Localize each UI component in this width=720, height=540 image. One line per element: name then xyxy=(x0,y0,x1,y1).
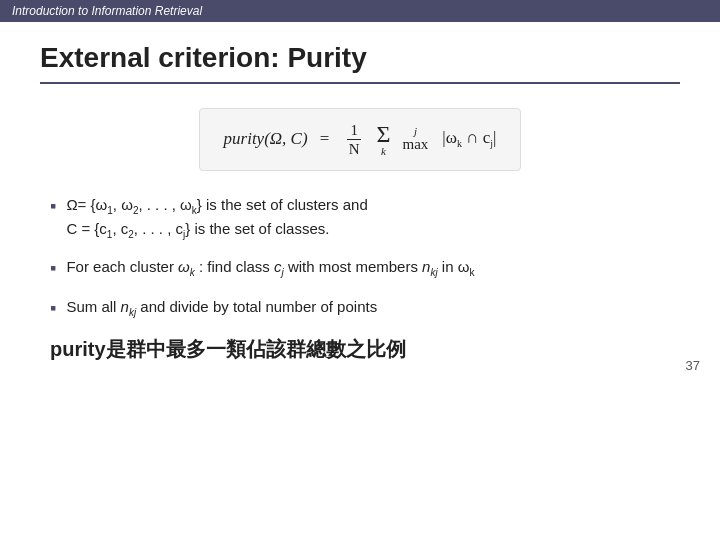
formula-area: purity(Ω, C) = 1 N Σ k j max xyxy=(40,104,680,174)
max-label: j max xyxy=(403,126,429,152)
chinese-text: purity是群中最多一類佔該群總數之比例 xyxy=(50,336,680,363)
bullet-item-3: ▪ Sum all nkj and divide by total number… xyxy=(40,296,680,322)
slide-title: External criterion: Purity xyxy=(40,42,680,74)
purity-label: purity(Ω, C) xyxy=(224,129,308,149)
title-divider xyxy=(40,82,680,84)
expression: |ωk ∩ cj| xyxy=(442,128,496,149)
header-bar: Introduction to Information Retrieval xyxy=(0,0,720,22)
bullet-marker-3: ▪ xyxy=(50,295,56,322)
formula-box: purity(Ω, C) = 1 N Σ k j max xyxy=(199,108,522,171)
formula-inner: purity(Ω, C) = 1 N Σ k j max xyxy=(224,121,497,158)
equals-sign: = xyxy=(316,129,334,149)
bullet-text-2: For each cluster ωk : find class cj with… xyxy=(66,256,474,280)
header-title: Introduction to Information Retrieval xyxy=(12,4,202,18)
sum-sigma: Σ k xyxy=(377,122,391,157)
bullet-item-2: ▪ For each cluster ωk : find class cj wi… xyxy=(40,256,680,282)
slide-number: 37 xyxy=(686,358,700,373)
bullet-text-3: Sum all nkj and divide by total number o… xyxy=(66,296,377,320)
bullet-marker-1: ▪ xyxy=(50,193,56,220)
bullet-item-1: ▪ Ω= {ω1, ω2, . . . , ωk} is the set of … xyxy=(40,194,680,242)
fraction-1-N: 1 N xyxy=(346,121,363,158)
bullet-marker-2: ▪ xyxy=(50,255,56,282)
bullet-text-1: Ω= {ω1, ω2, . . . , ωk} is the set of cl… xyxy=(66,194,367,242)
bullet-section: ▪ Ω= {ω1, ω2, . . . , ωk} is the set of … xyxy=(40,194,680,363)
